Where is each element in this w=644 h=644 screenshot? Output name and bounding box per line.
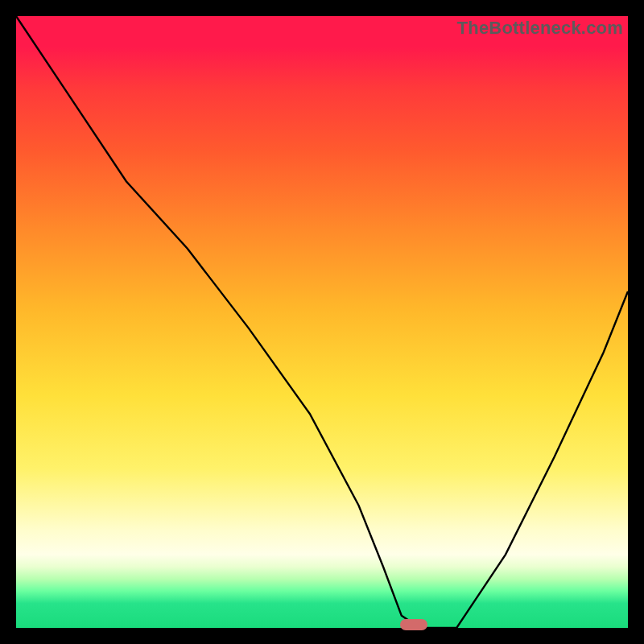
- bottleneck-curve: [16, 16, 628, 628]
- chart-plot-area: TheBottleneck.com: [16, 16, 628, 628]
- curve-path: [16, 16, 628, 628]
- optimal-marker: [400, 619, 427, 630]
- chart-frame: TheBottleneck.com: [0, 0, 644, 644]
